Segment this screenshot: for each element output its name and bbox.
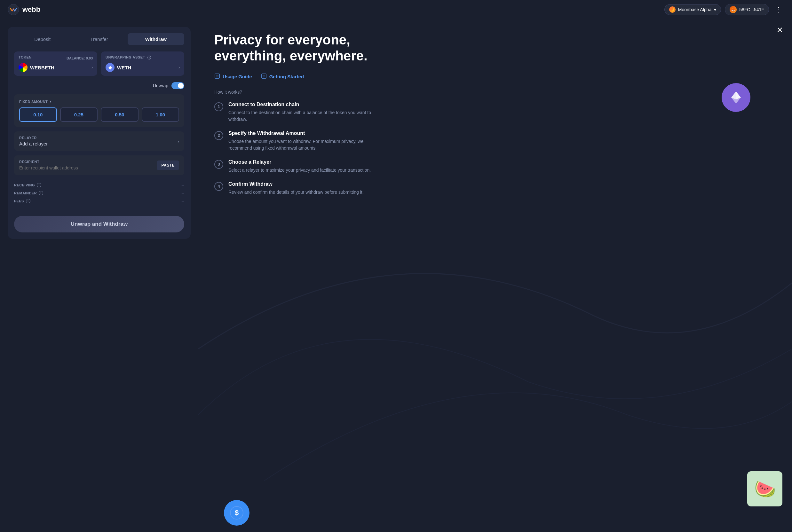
remainder-row: REMAINDER i --: [14, 189, 184, 197]
unwrapping-token-name: WETH: [117, 65, 131, 70]
network-chevron-icon: ▾: [714, 7, 716, 12]
relayer-selector[interactable]: RELAYER Add a relayer ›: [14, 131, 184, 151]
network-button[interactable]: 🌙 Moonbase Alpha ▾: [664, 4, 721, 15]
tab-withdraw[interactable]: Withdraw: [128, 33, 184, 45]
relayer-value: Add a relayer: [19, 141, 48, 147]
tab-transfer[interactable]: Transfer: [71, 33, 127, 45]
unwrap-toggle[interactable]: [171, 82, 184, 89]
right-panel: ✕ Privacy for everyone, everything, ever…: [198, 19, 792, 532]
amount-btn-2[interactable]: 0.50: [101, 108, 139, 122]
unwrap-label: Unwrap: [153, 83, 168, 88]
step-3-number: 3: [214, 160, 223, 169]
getting-started-link[interactable]: Getting Started: [261, 73, 304, 80]
step-2-desc: Choose the amount you want to withdraw. …: [228, 138, 382, 152]
paste-button[interactable]: PASTE: [157, 160, 179, 170]
getting-started-icon: [261, 73, 267, 80]
receiving-row: RECEIVING i --: [14, 181, 184, 189]
decorative-lines: [198, 19, 792, 481]
token-chevron-icon: ›: [91, 65, 93, 70]
main-card: Deposit Transfer Withdraw TOKEN BALANCE:…: [8, 27, 191, 239]
fixed-amount-label: FIXED AMOUNT ▾: [19, 99, 179, 103]
tabs-container: Deposit Transfer Withdraw: [14, 33, 184, 45]
webb-logo-icon: [8, 4, 19, 15]
step-3: 3 Choose a Relayer Select a relayer to m…: [214, 159, 776, 174]
info-rows: RECEIVING i -- REMAINDER i -- FEES i: [14, 180, 184, 206]
amount-btn-0[interactable]: 0.10: [19, 108, 57, 122]
tab-deposit[interactable]: Deposit: [14, 33, 71, 45]
unwrap-row: Unwrap: [14, 82, 184, 89]
unwrapping-label: UNWRAPPING ASSET i: [106, 55, 151, 59]
network-icon: 🌙: [669, 6, 676, 13]
unwrapping-chevron-icon: ›: [179, 65, 180, 70]
network-name: Moonbase Alpha: [678, 7, 712, 12]
fixed-amount-section: FIXED AMOUNT ▾ 0.10 0.25 0.50 1.00: [14, 94, 184, 127]
receiving-value: --: [181, 183, 184, 187]
fees-value: --: [181, 198, 184, 203]
remainder-label: REMAINDER i: [14, 191, 43, 195]
eth-icon: ◆: [106, 63, 114, 72]
balance-label: BALANCE: 0.03: [67, 56, 93, 60]
wallet-button[interactable]: 🦊 58FC...541F: [725, 4, 769, 15]
token-selector[interactable]: TOKEN BALANCE: 0.03 WEBBETH ›: [14, 52, 97, 76]
more-options-button[interactable]: ⋮: [773, 4, 784, 15]
dollar-decoration: $: [224, 500, 250, 526]
recipient-input[interactable]: [19, 165, 157, 170]
fees-info-icon: i: [26, 199, 31, 203]
header-right: 🌙 Moonbase Alpha ▾ 🦊 58FC...541F ⋮: [664, 4, 784, 15]
token-row: TOKEN BALANCE: 0.03 WEBBETH › UNWRAPPING…: [14, 52, 184, 76]
step-4-desc: Review and confirm the details of your w…: [228, 189, 364, 196]
recipient-label: RECIPIENT: [19, 160, 157, 164]
receiving-label: RECEIVING i: [14, 183, 41, 187]
main-layout: Deposit Transfer Withdraw TOKEN BALANCE:…: [0, 19, 792, 532]
step-2-number: 2: [214, 131, 223, 140]
step-1-desc: Connect to the destination chain with a …: [228, 109, 382, 123]
svg-text:$: $: [235, 509, 239, 517]
unwrapping-info-icon: i: [147, 56, 151, 59]
logo-area: webb: [8, 4, 40, 15]
remainder-info-icon: i: [39, 191, 43, 195]
ethereum-decoration: [722, 83, 751, 112]
fixed-amount-chevron-icon: ▾: [50, 99, 52, 103]
relayer-label: RELAYER: [19, 136, 48, 140]
getting-started-label: Getting Started: [269, 74, 304, 79]
step-4-number: 4: [214, 182, 223, 191]
recipient-box: RECIPIENT PASTE: [14, 155, 184, 175]
token-name: WEBBETH: [30, 65, 54, 70]
step-4-title: Confirm Withdraw: [228, 181, 364, 187]
step-3-title: Choose a Relayer: [228, 159, 371, 165]
relayer-chevron-icon: ›: [178, 139, 179, 144]
step-3-desc: Select a relayer to maximize your privac…: [228, 167, 371, 174]
webbeth-icon: [19, 63, 27, 72]
usage-guide-icon: [214, 73, 220, 80]
step-2: 2 Specify the Withdrawal Amount Choose t…: [214, 130, 776, 152]
guide-links: Usage Guide Getting Started: [214, 73, 776, 80]
wallet-avatar-icon: 🦊: [730, 6, 737, 13]
watermelon-decoration: 🍉: [747, 471, 782, 507]
step-1-title: Connect to Destination chain: [228, 102, 382, 108]
header: webb 🌙 Moonbase Alpha ▾ 🦊 58FC...541F ⋮: [0, 0, 792, 19]
fees-row: FEES i --: [14, 197, 184, 205]
wallet-address: 58FC...541F: [739, 7, 764, 12]
amount-grid: 0.10 0.25 0.50 1.00: [19, 108, 179, 122]
remainder-value: --: [181, 191, 184, 195]
steps-container: 1 Connect to Destination chain Connect t…: [214, 102, 776, 196]
logo-text: webb: [22, 5, 40, 14]
amount-btn-1[interactable]: 0.25: [60, 108, 98, 122]
step-2-title: Specify the Withdrawal Amount: [228, 130, 382, 136]
step-1-number: 1: [214, 102, 223, 111]
left-panel: Deposit Transfer Withdraw TOKEN BALANCE:…: [0, 19, 198, 532]
receiving-info-icon: i: [37, 183, 41, 187]
close-button[interactable]: ✕: [777, 25, 783, 35]
usage-guide-link[interactable]: Usage Guide: [214, 73, 252, 80]
unwrapping-asset-selector[interactable]: UNWRAPPING ASSET i ◆ WETH ›: [101, 52, 184, 76]
withdraw-button[interactable]: Unwrap and Withdraw: [14, 216, 184, 232]
fees-label: FEES i: [14, 199, 31, 203]
hero-title: Privacy for everyone, everything, everyw…: [214, 32, 400, 64]
how-it-works-label: How it works?: [214, 90, 776, 95]
amount-btn-3[interactable]: 1.00: [142, 108, 180, 122]
usage-guide-label: Usage Guide: [223, 74, 252, 79]
token-label: TOKEN: [19, 55, 32, 59]
step-4: 4 Confirm Withdraw Review and confirm th…: [214, 181, 776, 196]
step-1: 1 Connect to Destination chain Connect t…: [214, 102, 776, 123]
